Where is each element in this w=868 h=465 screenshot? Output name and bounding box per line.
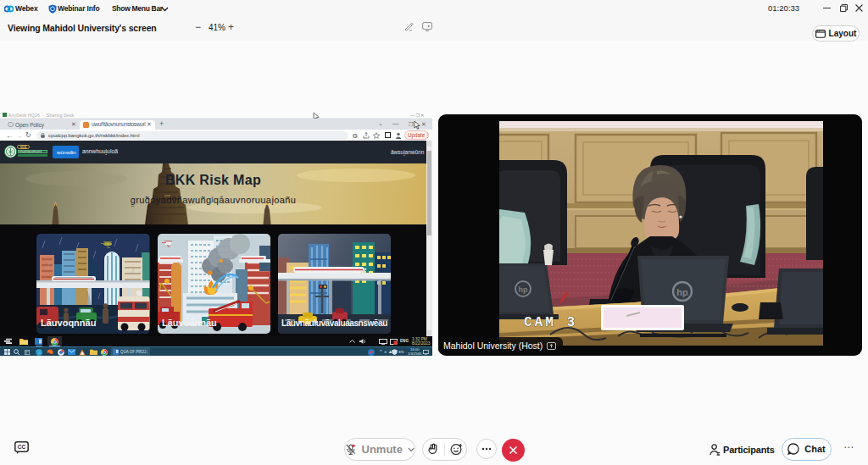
svg-text:hp: hp (676, 287, 688, 297)
svg-text:CC: CC (18, 444, 26, 450)
svg-text:Lãuvoãnnãu: Lãuvoãnnãu (162, 318, 217, 328)
svg-text:CAM 3: CAM 3 (524, 315, 577, 330)
svg-text:Lãuvoqnnãu: Lãuvoqnnãu (41, 318, 96, 328)
svg-text:hp: hp (519, 285, 528, 294)
svg-text:Lãuvnãuluvãvaluaasnswẽau: Lãuvnãuluvãvaluaasnswẽau (281, 318, 387, 328)
